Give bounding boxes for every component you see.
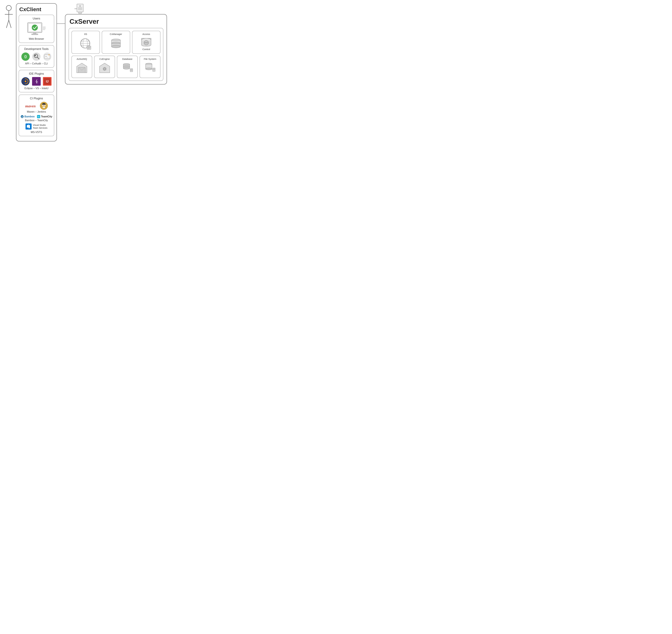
svg-point-7: [32, 25, 38, 30]
bamboo-logo: Bamboo: [21, 115, 34, 118]
svg-rect-60: [88, 47, 91, 47]
connector-line: [57, 20, 65, 27]
ms-vsts-label: MS-VSTS: [21, 131, 52, 133]
intellij-icon: IJ: [43, 77, 51, 86]
cxmanager-icon: [110, 37, 122, 51]
activemq-card: ActiveMQ: [71, 56, 92, 78]
jenkins-icon: [40, 102, 48, 110]
svg-rect-95: [153, 68, 155, 69]
svg-rect-49: [78, 8, 82, 9]
dev-tools-card: Development Tools {} >_: [19, 45, 54, 68]
svg-rect-50: [78, 9, 82, 10]
svg-point-47: [79, 5, 81, 7]
bamboo-teamcity-icons: Bamboo TC TeamCity: [21, 115, 52, 118]
svg-rect-88: [130, 70, 133, 70]
filesystem-card: File System: [140, 56, 161, 78]
svg-rect-75: [103, 69, 104, 69]
architecture-diagram: CxClient Users: [3, 3, 166, 142]
svg-point-27: [25, 80, 26, 82]
server-components-box: IIS: [69, 28, 163, 81]
svg-point-19: [34, 55, 36, 56]
svg-text:maven: maven: [25, 104, 35, 108]
person-figure: [3, 5, 14, 29]
svg-point-93: [146, 68, 152, 70]
svg-point-72: [104, 68, 105, 70]
svg-rect-89: [130, 70, 133, 71]
vs-icon: 〈 >: [32, 77, 41, 86]
ide-plugins-label: Eclipse – VS – InteliJ: [21, 87, 52, 90]
svg-point-85: [123, 67, 130, 69]
web-browser-icon: [27, 22, 46, 36]
ide-plugins-icons: 〈 > IJ: [21, 77, 52, 86]
maven-jenkins-label: Maven – Jenkins: [21, 111, 52, 113]
svg-rect-61: [88, 47, 91, 48]
svg-rect-97: [153, 70, 155, 70]
svg-point-0: [6, 5, 11, 10]
access-title: Access: [142, 33, 150, 35]
svg-line-3: [6, 20, 9, 28]
dev-tools-icons: {} >_: [21, 52, 52, 61]
dev-tools-label: API – CxAudit – CLI: [21, 62, 52, 65]
svg-point-67: [112, 45, 120, 48]
svg-rect-96: [153, 69, 155, 70]
ci-plugins-title: CI Plugins: [21, 97, 52, 100]
maven-jenkins-icons: maven: [21, 102, 52, 110]
cxengine-title: CxEngine: [99, 57, 110, 60]
cxengine-icon: [98, 62, 111, 74]
cxmanager-card: CxManager: [102, 31, 130, 54]
server-bottom-row: ActiveMQ CxEngine: [71, 56, 161, 78]
svg-text:{}: {}: [24, 55, 27, 58]
cxaudit-icon: [32, 52, 41, 61]
svg-rect-13: [43, 29, 45, 30]
iis-globe-icon: [78, 37, 93, 51]
svg-text:TC: TC: [38, 116, 40, 118]
svg-rect-74: [104, 70, 105, 71]
svg-text:>: >: [37, 80, 38, 83]
svg-rect-11: [43, 28, 46, 28]
ci-plugins-card: CI Plugins maven: [19, 95, 54, 136]
maven-logo: maven: [25, 102, 38, 109]
iis-card: IIS: [71, 31, 100, 54]
dev-tools-title: Development Tools: [21, 47, 52, 51]
cxserver-area: CxServer IIS: [65, 3, 167, 84]
users-web-browser-card: Users: [19, 15, 54, 43]
database-card: Database: [117, 56, 138, 78]
bamboo-teamcity-label: Bamboo – TeamCity: [21, 119, 52, 122]
iis-title: IIS: [84, 33, 87, 35]
svg-text:>_: >_: [45, 55, 48, 57]
person-icon: [3, 5, 14, 29]
svg-point-23: [48, 54, 49, 55]
access-control-icon: [140, 37, 153, 48]
users-card-title: Users: [21, 17, 52, 20]
control-title: Control: [142, 48, 150, 51]
server-top-row: IIS: [71, 31, 161, 54]
cxengine-card: CxEngine: [94, 56, 115, 78]
teamcity-logo: TC TeamCity: [37, 115, 52, 118]
ide-plugins-title: IDE Plugins: [21, 72, 52, 75]
svg-rect-10: [43, 27, 46, 27]
svg-rect-62: [88, 48, 90, 49]
cli-icon: >_: [43, 52, 51, 61]
cxclient-box: CxClient Users: [16, 3, 57, 142]
filesystem-title: File System: [144, 57, 156, 60]
svg-rect-12: [43, 28, 46, 29]
cxserver-box: CxServer IIS: [65, 14, 167, 84]
web-browser-label: Web Browser: [21, 38, 52, 40]
cxmanager-title: CxManager: [110, 33, 122, 35]
vsts-row: Visual StudioTeam Services: [21, 123, 52, 130]
ide-plugins-card: IDE Plugins 〈 >: [19, 70, 54, 92]
server-hardware-icon: [74, 3, 86, 14]
svg-rect-73: [104, 67, 105, 68]
vsts-label: Visual StudioTeam Services: [33, 124, 48, 129]
database-icon: [121, 62, 134, 74]
svg-point-16: [32, 52, 41, 61]
svg-rect-48: [78, 7, 82, 8]
vsts-logo: [25, 123, 31, 129]
svg-rect-8: [33, 32, 36, 34]
svg-rect-9: [31, 34, 38, 35]
svg-rect-51: [78, 12, 82, 14]
database-title: Database: [122, 57, 133, 60]
activemq-title: ActiveMQ: [77, 57, 87, 60]
cxclient-title: CxClient: [19, 6, 54, 13]
access-control-card: Access Control: [132, 31, 161, 54]
